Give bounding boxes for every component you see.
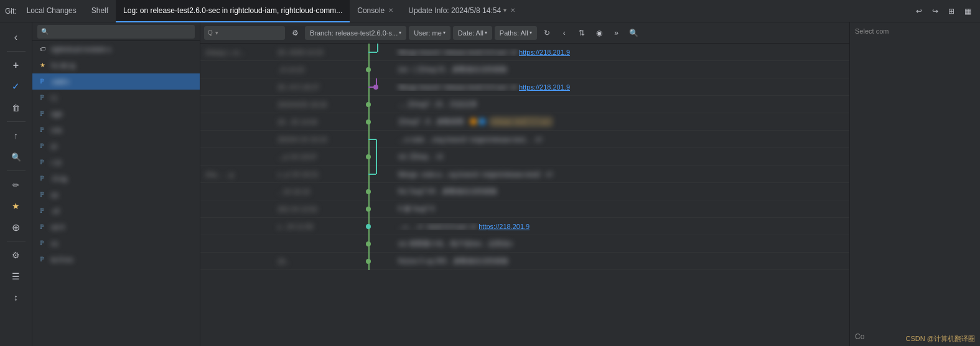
grid-icon[interactable]: ⊞ bbox=[944, 4, 959, 18]
graph-col bbox=[356, 166, 393, 183]
branch-filter-arrow: ▾ bbox=[399, 30, 401, 35]
file-name: -0-rig bbox=[51, 175, 195, 182]
list-item-selected[interactable]: ℙ .cod c bbox=[32, 73, 200, 90]
undo-icon[interactable]: ↩ bbox=[912, 4, 926, 18]
plus-circle-icon[interactable]: ⊕ bbox=[5, 217, 27, 237]
table-row[interactable]: zhang c..or... 20../4/28 14:23 Merge bra… bbox=[200, 44, 849, 61]
message-col: Merge -note-a ...ng branch 'origin/relea… bbox=[393, 171, 849, 178]
add-icon[interactable]: + bbox=[5, 55, 27, 75]
close-update-info-icon[interactable]: ✕ bbox=[510, 7, 515, 14]
list-item[interactable]: ℙ cs bbox=[32, 235, 200, 251]
paths-filter-arrow: ▾ bbox=[530, 30, 532, 35]
filter-icon[interactable]: ▦ bbox=[960, 4, 975, 18]
table-row[interactable]: .. 24 16:19 fix( 'bug7 04，参数做合法性校验 bbox=[200, 183, 849, 200]
message-col: ..., 文bug7 ..31，日志记录 bbox=[393, 100, 849, 109]
tab-shelf[interactable]: Shelf bbox=[84, 0, 116, 22]
list-item[interactable]: 🏷 rightcloud-module-s bbox=[32, 41, 200, 57]
user-filter[interactable]: User: me ▾ bbox=[409, 26, 450, 40]
close-console-icon[interactable]: ✕ bbox=[388, 7, 393, 14]
checkmark-icon[interactable]: ✓ bbox=[5, 77, 27, 96]
list-item[interactable]: ℙ (ri bbox=[32, 138, 200, 154]
push-up-icon[interactable]: ↑ bbox=[5, 126, 27, 146]
message-col: 文bug7 ..8，参数权限 🔶🔷 release-test2.6.0-sec bbox=[393, 117, 849, 126]
branch-icon: ℙ bbox=[40, 126, 49, 133]
left-arrow-icon[interactable]: ‹ bbox=[557, 26, 572, 40]
separator-4 bbox=[7, 241, 26, 241]
table-row[interactable]: ..8 14:23 (os : ( 文bug 31，参数做合法性校验 bbox=[200, 61, 849, 78]
file-name: r (ri bbox=[51, 159, 195, 166]
list-item[interactable]: ★ \\v de ig bbox=[32, 57, 200, 73]
tab-update-info[interactable]: Update Info: 2024/5/8 14:54 ▾ ✕ bbox=[401, 0, 523, 22]
list-item[interactable]: ℙ -0-rig bbox=[32, 171, 200, 187]
table-row[interactable]: zha... ...g z..y/ 24 16:21 Merge -note-a… bbox=[200, 166, 849, 183]
message-col: x(c 文bug， s1 bbox=[393, 152, 849, 161]
sort-icon[interactable]: ⇅ bbox=[574, 26, 589, 40]
dropdown-icon[interactable]: ▾ bbox=[503, 7, 506, 14]
star-icon: ★ bbox=[40, 62, 49, 68]
table-row[interactable]: x(c 权限最小化，租户走bss，运营走o bbox=[200, 235, 849, 253]
graph-col bbox=[356, 78, 393, 96]
eye-icon[interactable]: ◉ bbox=[592, 26, 607, 40]
main-layout: ‹ + ✓ 🗑 ↑ 🔍 ✏ ★ ⊕ ⚙ ☰ ↕ 🔍 🏷 rightcloud-m… bbox=[0, 22, 980, 346]
graph-col bbox=[356, 218, 393, 235]
list-item[interactable]: ℙ se bbox=[32, 187, 200, 203]
table-row[interactable]: 2024/4 24 19:10 …e note …eng branch 'ori… bbox=[200, 131, 849, 148]
delete-icon[interactable]: 🗑 bbox=[5, 98, 27, 118]
graph-col bbox=[356, 235, 393, 253]
commit-link[interactable]: https://218.201.9 bbox=[519, 83, 570, 91]
tab-log[interactable]: Log: on release-test2.6.0-sec in rightcl… bbox=[116, 0, 350, 22]
branch-icon: ℙ bbox=[40, 159, 49, 166]
list-item[interactable]: ℙ ta 0-ics bbox=[32, 251, 200, 268]
file-name: (ri bbox=[51, 143, 195, 150]
table-row[interactable]: 20.. 25 14:04 文bug7 ..8，参数权限 🔶🔷 release-… bbox=[200, 113, 849, 131]
tab-console[interactable]: Console ✕ bbox=[350, 0, 401, 22]
log-search-input[interactable] bbox=[221, 29, 281, 37]
file-name: righ bbox=[51, 110, 195, 118]
search-dropdown-icon[interactable]: ▾ bbox=[215, 30, 218, 36]
edit-icon[interactable]: ✏ bbox=[5, 175, 27, 195]
list-item[interactable]: ℙ r (ri bbox=[32, 154, 200, 171]
table-row[interactable]: 2024/4/25 18:26 ..., 文bug7 ..31，日志记录 bbox=[200, 96, 849, 113]
list-item[interactable]: ℙ t ( bbox=[32, 90, 200, 106]
message-col: fix( 'bug7 04，参数做合法性校验 bbox=[393, 187, 849, 196]
table-row[interactable]: 20.. fix(oss 5 ug 355，参数做合法性校验 bbox=[200, 253, 849, 270]
list-item[interactable]: ℙ rclo bbox=[32, 122, 200, 138]
table-row[interactable]: 202 24 13:52 fi 修 'bug7 6 bbox=[200, 200, 849, 218]
list-item[interactable]: ℙ nd 4 bbox=[32, 219, 200, 235]
star-icon[interactable]: ★ bbox=[5, 196, 27, 216]
file-list-panel: 🔍 🏷 rightcloud-module-s ★ \\v de ig ℙ .c… bbox=[32, 22, 200, 346]
commit-link[interactable]: https://218.201.9 bbox=[478, 223, 530, 230]
date-col: 2024/4/25 18:26 bbox=[275, 101, 356, 108]
log-toolbar: Q ▾ ⚙ Branch: release-test2.6.0-s... ▾ U… bbox=[200, 22, 849, 44]
tab-local-changes[interactable]: Local Changes bbox=[19, 0, 84, 22]
graph-col bbox=[356, 96, 393, 113]
tab-bar: Git: Local Changes Shelf Log: on release… bbox=[0, 0, 980, 22]
refresh-icon[interactable]: ↻ bbox=[539, 26, 554, 40]
file-search-box[interactable]: 🔍 bbox=[37, 25, 195, 39]
date-col: 20../4 5 18:27 bbox=[275, 83, 356, 91]
file-search-input[interactable] bbox=[49, 28, 191, 35]
date-filter[interactable]: Date: All ▾ bbox=[453, 26, 492, 40]
table-row[interactable]: z.. 24 11:50 ...c , ...h '-test2.6.0-sec… bbox=[200, 218, 849, 235]
git-label: Git: bbox=[5, 7, 17, 16]
redo-icon[interactable]: ↪ bbox=[928, 4, 943, 18]
list-item[interactable]: ℙ -of bbox=[32, 203, 200, 219]
search2-icon[interactable]: 🔍 bbox=[627, 26, 642, 40]
paths-filter[interactable]: Paths: All ▾ bbox=[495, 26, 537, 40]
log-search-box[interactable]: Q ▾ bbox=[204, 26, 285, 40]
table-row[interactable]: 20../4 5 18:27 Merge branch 'release-tes… bbox=[200, 78, 849, 96]
sort-icon[interactable]: ↕ bbox=[5, 288, 27, 307]
branch-filter[interactable]: Branch: release-test2.6.0-s... ▾ bbox=[305, 26, 406, 40]
more-icon[interactable]: » bbox=[609, 26, 624, 40]
search-icon[interactable]: 🔍 bbox=[5, 147, 27, 167]
file-name: \\v de ig bbox=[51, 62, 195, 69]
list-item[interactable]: ℙ righ bbox=[32, 106, 200, 122]
list-icon[interactable]: ☰ bbox=[5, 266, 27, 286]
back-icon[interactable]: ‹ bbox=[5, 27, 27, 47]
settings-icon[interactable]: ⚙ bbox=[5, 245, 27, 265]
file-name: nd 4 bbox=[51, 223, 195, 231]
commit-link[interactable]: https://218.201.9 bbox=[519, 49, 570, 56]
settings-gear-icon[interactable]: ⚙ bbox=[287, 26, 302, 40]
branch-icon: ℙ bbox=[40, 240, 49, 246]
table-row[interactable]: ...y/ 24 19:07 x(c 文bug， s1 bbox=[200, 148, 849, 166]
